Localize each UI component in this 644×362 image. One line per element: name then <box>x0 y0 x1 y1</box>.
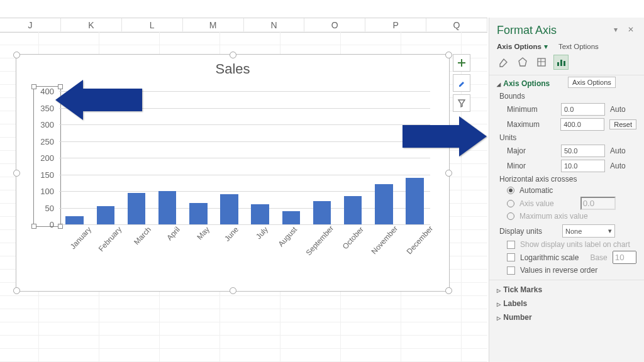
col-header[interactable]: L <box>122 18 183 32</box>
reset-maximum-button[interactable]: Reset <box>609 119 636 129</box>
svg-rect-2 <box>557 62 559 66</box>
col-header[interactable]: Q <box>426 18 487 32</box>
resize-handle[interactable] <box>13 170 20 177</box>
col-header[interactable]: N <box>244 18 305 32</box>
axis-options-icon[interactable] <box>553 55 569 70</box>
x-label: April <box>155 225 182 253</box>
x-label: May <box>185 225 211 253</box>
col-header[interactable]: O <box>304 18 365 32</box>
y-tick: 0 <box>50 220 54 229</box>
x-label: October <box>339 225 365 253</box>
input-major[interactable] <box>561 145 605 157</box>
column-header-row: J K L M N O P Q <box>0 18 487 33</box>
x-label: July <box>243 225 270 253</box>
svg-rect-1 <box>538 58 545 66</box>
input-log-base <box>613 251 636 264</box>
icon-tooltip: Axis Options <box>568 77 616 88</box>
label-minimum: Minimum <box>499 105 556 114</box>
y-axis-labels[interactable]: 400 350 300 250 200 150 100 50 0 <box>35 91 57 224</box>
x-label: January <box>67 225 93 253</box>
x-axis-labels[interactable]: JanuaryFebruaryMarchAprilMayJuneJulyAugu… <box>59 229 430 238</box>
col-header[interactable]: M <box>183 18 244 32</box>
x-label: December <box>404 224 434 256</box>
input-minimum[interactable] <box>561 103 605 116</box>
chart-styles-button[interactable] <box>453 74 470 92</box>
y-tick: 50 <box>45 203 54 212</box>
section-number[interactable]: Number <box>497 313 636 322</box>
fill-line-icon[interactable] <box>497 55 511 69</box>
group-crosses: Horizontal axis crosses <box>499 175 636 184</box>
label-display-units: Display units <box>499 227 557 236</box>
bar[interactable] <box>214 91 245 224</box>
x-label: March <box>126 225 153 253</box>
bar[interactable] <box>152 91 183 224</box>
bar[interactable] <box>275 91 306 224</box>
mode-minimum[interactable]: Auto <box>610 105 626 114</box>
section-labels[interactable]: Labels <box>497 299 636 308</box>
x-label: August <box>273 225 299 253</box>
resize-handle[interactable] <box>445 287 452 294</box>
x-label: June <box>214 225 241 253</box>
label-major: Major <box>499 146 556 155</box>
check-reverse-order[interactable]: Values in reverse order <box>507 266 636 275</box>
input-minor[interactable] <box>561 160 605 172</box>
y-tick: 400 <box>40 87 54 96</box>
resize-handle[interactable] <box>13 52 20 58</box>
resize-handle[interactable] <box>230 52 236 58</box>
input-maximum[interactable] <box>560 118 604 131</box>
group-units: Units <box>499 133 636 142</box>
y-tick: 100 <box>40 187 54 196</box>
radio-cross-automatic[interactable]: Automatic <box>507 186 636 195</box>
annotation-arrow-left <box>55 80 142 120</box>
bar[interactable] <box>399 91 430 224</box>
annotation-arrow-right <box>402 116 487 156</box>
col-header[interactable]: P <box>365 18 426 32</box>
resize-handle[interactable] <box>230 287 236 294</box>
chart-title[interactable]: Sales <box>16 61 449 77</box>
svg-marker-0 <box>519 58 526 66</box>
mode-minor[interactable]: Auto <box>610 162 626 170</box>
y-tick: 250 <box>40 136 54 146</box>
chevron-down-icon: ▾ <box>544 43 548 50</box>
x-label: February <box>96 225 123 253</box>
col-header[interactable]: K <box>61 18 122 32</box>
input-cross-value <box>580 197 616 210</box>
group-bounds: Bounds <box>499 92 636 101</box>
chart-filters-button[interactable] <box>453 94 470 112</box>
bar[interactable] <box>183 91 214 224</box>
mode-major[interactable]: Auto <box>610 146 626 155</box>
format-axis-pane: Format Axis ▾ ✕ Axis Options▾ Text Optio… <box>489 18 644 362</box>
select-display-units[interactable]: None▾ <box>562 224 615 238</box>
svg-rect-4 <box>564 61 565 66</box>
x-label: November <box>370 224 399 256</box>
bar[interactable] <box>338 91 369 224</box>
radio-cross-max[interactable]: Maximum axis value <box>507 212 636 221</box>
size-properties-icon[interactable] <box>535 55 548 69</box>
bar[interactable] <box>245 91 275 224</box>
effects-icon[interactable] <box>516 55 530 69</box>
col-header[interactable]: J <box>0 18 61 32</box>
y-tick: 350 <box>40 103 54 112</box>
resize-handle[interactable] <box>13 287 20 294</box>
chart-elements-button[interactable] <box>453 54 470 72</box>
pane-menu-button[interactable]: ▾ <box>614 25 623 34</box>
label-maximum: Maximum <box>499 120 555 129</box>
chevron-down-icon: ▾ <box>608 227 612 235</box>
radio-cross-axis-value[interactable]: Axis value <box>507 197 636 210</box>
check-show-units-label: Show display units label on chart <box>507 240 636 249</box>
svg-rect-3 <box>560 60 562 66</box>
resize-handle[interactable] <box>445 170 452 177</box>
x-label: September <box>304 224 336 257</box>
bar[interactable] <box>369 91 399 224</box>
tab-text-options[interactable]: Text Options <box>558 43 599 50</box>
section-tick-marks[interactable]: Tick Marks <box>497 285 636 294</box>
pane-close-button[interactable]: ✕ <box>628 25 636 34</box>
check-log-scale[interactable]: Logarithmic scale Base <box>507 251 636 264</box>
resize-handle[interactable] <box>445 52 452 58</box>
y-tick: 150 <box>40 170 54 179</box>
chart-quick-tools <box>453 54 470 114</box>
label-minor: Minor <box>499 162 556 170</box>
y-tick: 200 <box>40 153 54 163</box>
tab-axis-options[interactable]: Axis Options <box>497 43 541 50</box>
bar[interactable] <box>306 91 337 224</box>
